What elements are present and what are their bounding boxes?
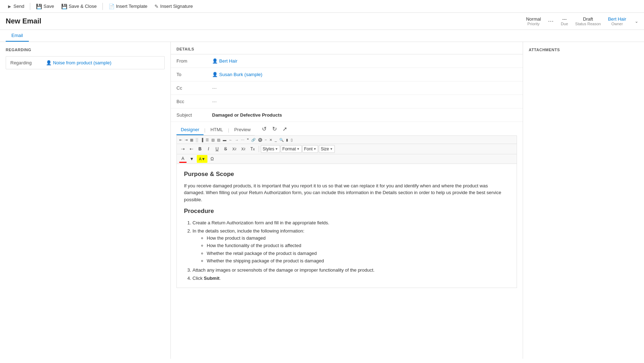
main-layout: REGARDING Regarding 👤 Noise from product…: [0, 42, 644, 359]
procedure-list: Create a Return Authorization form and f…: [192, 219, 510, 282]
header-chevron-icon[interactable]: ⌄: [635, 19, 638, 24]
page-header: New Email Normal Priority ⋯ --- Due Draf…: [0, 13, 644, 30]
meta-status-reason: Draft Status Reason: [575, 16, 601, 26]
editor-overflow-toolbar: ⇤ ⇥ ▦ ░ ▐ ☰ ▧ ▨ ▬ ← → ⋯ ❞ 🔗 🔘 − ✕ ⎯ 🔍 ▮: [176, 135, 517, 144]
editor-tab-sep1: |: [204, 127, 206, 133]
insert-template-button[interactable]: 📄 Insert Template: [106, 2, 151, 11]
save-close-button[interactable]: 💾 Save & Close: [58, 2, 100, 11]
fmt-decrease-indent-btn[interactable]: ⇠: [188, 145, 195, 153]
tab-designer[interactable]: Designer: [176, 125, 204, 135]
fmt-minus-btn[interactable]: −: [264, 137, 268, 143]
fmt-align-left-btn[interactable]: ☰: [205, 137, 210, 143]
meta-due: --- Due: [561, 16, 568, 26]
fmt-media-btn[interactable]: ▐: [200, 137, 204, 143]
tab-email[interactable]: Email: [6, 30, 29, 42]
fmt-rtl-btn[interactable]: →: [234, 137, 239, 143]
fmt-strikethrough-btn[interactable]: S: [222, 145, 229, 153]
cc-label: Cc: [176, 85, 212, 91]
format-toolbar-row2: A ▼ A▼ Ω: [176, 154, 517, 164]
from-label: From: [176, 58, 212, 64]
fmt-table-btn[interactable]: ▦: [189, 137, 194, 143]
cc-row: Cc ---: [171, 81, 523, 95]
fmt-fontcolor-btn[interactable]: A: [179, 155, 187, 163]
undo-button[interactable]: ↺: [260, 125, 268, 133]
content-paragraph1: If you receive damaged products, it is i…: [184, 182, 510, 203]
bcc-value[interactable]: ---: [212, 99, 517, 104]
size-dropdown-arrow: ▼: [330, 147, 333, 151]
fmt-underline-btn[interactable]: U: [213, 145, 221, 153]
fmt-italic-btn[interactable]: I: [205, 145, 212, 153]
regarding-label: Regarding: [10, 60, 46, 65]
meta-more-button[interactable]: ⋯: [548, 18, 554, 25]
tab-preview[interactable]: Preview: [230, 125, 255, 135]
size-dropdown[interactable]: Size ▼: [319, 145, 334, 153]
redo-button[interactable]: ↻: [271, 125, 278, 133]
fmt-blockquote-btn[interactable]: ❞: [246, 137, 250, 143]
proc-sub-3: Whether the retail package of the produc…: [207, 250, 510, 257]
proc-item-4: Click Submit.: [192, 275, 510, 282]
content-heading2: Procedure: [184, 207, 510, 216]
fmt-superscript-btn[interactable]: X2: [239, 145, 247, 153]
styles-dropdown[interactable]: Styles ▼: [261, 145, 280, 153]
to-icon: 👤: [212, 72, 218, 77]
content-heading3: Additional Comments: [184, 285, 510, 288]
fmt-unlink-btn[interactable]: 🔘: [257, 137, 263, 143]
expand-button[interactable]: ➚: [281, 125, 289, 133]
regarding-value[interactable]: 👤 Noise from product (sample): [46, 60, 111, 65]
meta-owner[interactable]: Bert Hair Owner: [608, 16, 626, 26]
subject-row: Subject Damaged or Defective Products: [171, 108, 523, 122]
top-toolbar: ► Send 💾 Save 💾 Save & Close 📄 Insert Te…: [0, 0, 644, 13]
fmt-subscript-btn[interactable]: X2: [230, 145, 238, 153]
fmt-x-btn[interactable]: ✕: [268, 137, 273, 143]
format-toolbar: ⇢ ⇠ B I U S X2 X2 Tx Styles ▼ Format ▼: [176, 144, 517, 154]
format-dropdown[interactable]: Format ▼: [281, 145, 302, 153]
tab-html[interactable]: HTML: [206, 125, 227, 135]
fmt-clearformat-btn[interactable]: Tx: [248, 145, 257, 153]
fmt-more1-btn[interactable]: ⋯: [240, 137, 246, 143]
fmt-img-btn[interactable]: ░: [195, 137, 199, 143]
fmt-ltr-btn[interactable]: ←: [228, 137, 233, 143]
insert-signature-button[interactable]: ✎ Insert Signature: [152, 2, 196, 11]
details-section-title: DETAILS: [171, 42, 523, 54]
fmt-more3-btn[interactable]: ▯: [290, 137, 294, 143]
contact-icon: 👤: [46, 60, 52, 65]
fmt-specialchar-btn[interactable]: Ω: [208, 155, 216, 163]
cc-value[interactable]: ---: [212, 85, 517, 91]
fmt-hr-btn[interactable]: ⎯: [274, 137, 278, 143]
insert-signature-icon: ✎: [154, 4, 159, 9]
fmt-align-center-btn[interactable]: ▧: [210, 137, 216, 143]
regarding-section-title: REGARDING: [6, 48, 165, 52]
fmt-align-justify-btn[interactable]: ▬: [222, 137, 227, 143]
fmt-bold-btn[interactable]: B: [196, 145, 204, 153]
proc-sub-1: How the product is damaged: [207, 235, 510, 242]
fmt-link-btn[interactable]: 🔗: [250, 137, 257, 143]
to-value[interactable]: 👤 Susan Burk (sample): [212, 72, 517, 77]
proc-sub-4: Whether the shipping package of the prod…: [207, 257, 510, 265]
subject-value[interactable]: Damaged or Defective Products: [212, 112, 517, 118]
from-value[interactable]: 👤 Bert Hair: [212, 58, 517, 64]
fmt-more2-btn[interactable]: ▮: [285, 137, 289, 143]
proc-item-2: In the details section, include the foll…: [192, 228, 510, 265]
email-content-area[interactable]: Purpose & Scope If you receive damaged p…: [176, 164, 517, 288]
fmt-align-right-btn[interactable]: ▨: [216, 137, 221, 143]
send-button[interactable]: ► Send: [4, 2, 27, 11]
fmt-copy-btn[interactable]: 🔍: [278, 137, 285, 143]
fmt-sep1: [259, 146, 259, 152]
regarding-field-row: Regarding 👤 Noise from product (sample): [6, 56, 165, 69]
subject-label: Subject: [176, 112, 212, 118]
bcc-row: Bcc ---: [171, 95, 523, 108]
format-dropdown-arrow: ▼: [297, 147, 300, 151]
regarding-panel: REGARDING Regarding 👤 Noise from product…: [0, 42, 171, 359]
from-row: From 👤 Bert Hair: [171, 54, 523, 68]
fmt-indent-btn[interactable]: ⇥: [184, 137, 189, 143]
font-dropdown-arrow: ▼: [313, 147, 317, 151]
font-dropdown[interactable]: Font ▼: [302, 145, 318, 153]
fmt-increase-indent-btn[interactable]: ⇢: [179, 145, 187, 153]
fmt-fontcolor-dropdown-btn[interactable]: ▼: [188, 155, 196, 163]
page-title: New Email: [6, 17, 41, 25]
fmt-highlight-btn[interactable]: A▼: [197, 155, 207, 163]
save-button[interactable]: 💾 Save: [33, 2, 57, 11]
to-row: To 👤 Susan Burk (sample): [171, 68, 523, 81]
fmt-outdent-btn[interactable]: ⇤: [178, 137, 183, 143]
attachments-section-title: ATTACHMENTS: [529, 48, 638, 52]
